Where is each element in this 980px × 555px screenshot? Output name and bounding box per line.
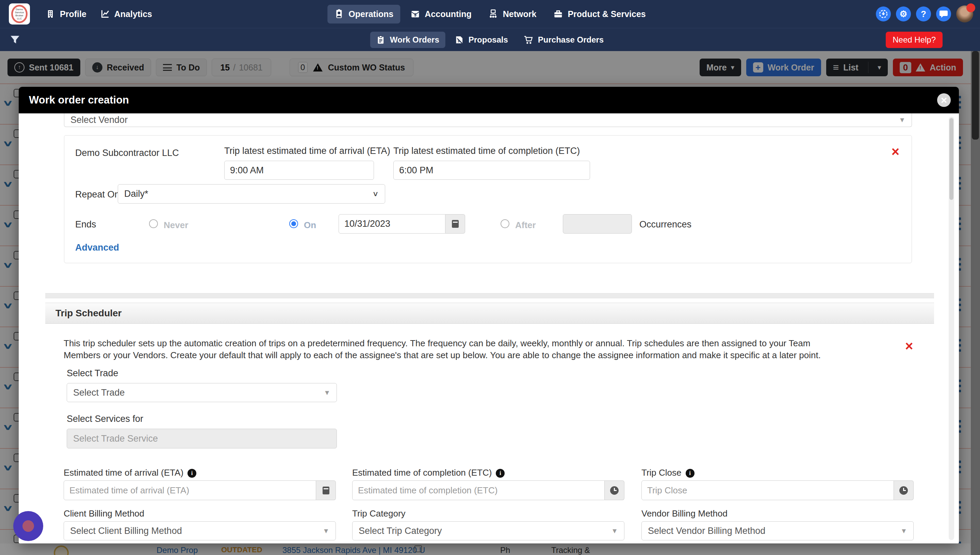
notification-dot xyxy=(966,3,975,12)
svg-text:$: $ xyxy=(458,40,460,43)
briefcase-icon xyxy=(553,9,563,19)
trade-select-value: Select Trade xyxy=(73,388,125,398)
repeat-on-select[interactable]: Daily* ∨ xyxy=(118,184,385,204)
nav-item-profile[interactable]: Profile xyxy=(39,5,93,24)
select-services-label: Select Services for xyxy=(67,414,143,424)
nav-item-operations[interactable]: Operations xyxy=(327,5,400,24)
chat-bubble-icon xyxy=(939,9,948,19)
select-caret-icon: ▼ xyxy=(324,389,330,397)
end-date-input[interactable] xyxy=(339,214,445,234)
chat-button[interactable] xyxy=(936,6,951,21)
client-billing-label: Client Billing Method xyxy=(64,508,144,519)
modal-body: Select Vendor ▼ Demo Subcontractor LLC T… xyxy=(19,113,959,544)
calendar-addon-button[interactable] xyxy=(445,214,465,234)
subnav-item-proposals[interactable]: $ Proposals xyxy=(449,32,514,48)
remove-vendor-icon[interactable]: × xyxy=(892,146,899,157)
info-icon[interactable] xyxy=(496,469,505,478)
trip-eta-input[interactable] xyxy=(224,161,374,180)
vendor-billing-value: Select Vendor Billing Method xyxy=(648,526,765,536)
question-icon: ? xyxy=(921,9,926,19)
occurrences-input[interactable] xyxy=(563,214,632,234)
top-navigation: Demo Service Broker LLC Profile Analytic… xyxy=(0,0,980,28)
trip-scheduler-header[interactable]: Trip Scheduler xyxy=(45,303,934,324)
clock-icon xyxy=(899,486,908,495)
settings-button[interactable]: ⚙ xyxy=(896,6,911,21)
clock-addon-button[interactable] xyxy=(605,480,624,500)
calendar-icon xyxy=(323,486,329,494)
ends-never-radio[interactable] xyxy=(149,219,158,228)
brand-logo[interactable]: Demo Service Broker LLC xyxy=(9,3,30,24)
etc-label: Estimated time of completion (ETC) xyxy=(352,467,505,478)
close-icon: × xyxy=(941,94,947,107)
clock-addon-button[interactable] xyxy=(894,480,914,500)
nav-item-label: Analytics xyxy=(114,9,152,19)
select-trade-label: Select Trade xyxy=(67,368,118,379)
nav-item-label: Product & Services xyxy=(568,9,646,19)
select-caret-icon: ▼ xyxy=(900,527,907,535)
subnav-item-work-orders[interactable]: Work Orders xyxy=(370,32,445,48)
info-icon[interactable] xyxy=(686,469,694,478)
trip-category-value: Select Trip Category xyxy=(359,526,442,536)
vendor-assignment-panel: Demo Subcontractor LLC Trip latest estim… xyxy=(64,135,912,263)
nav-item-accounting[interactable]: $ Accounting xyxy=(404,5,478,24)
select-caret-icon: ∨ xyxy=(372,190,379,198)
trade-service-input[interactable]: Select Trade Service xyxy=(67,429,337,448)
panel-separator xyxy=(45,293,934,298)
trip-close-input[interactable] xyxy=(641,480,894,500)
ends-on-label: On xyxy=(304,220,316,231)
brand-logo-text: Demo Service Broker LLC xyxy=(11,5,27,23)
trip-scheduler-title: Trip Scheduler xyxy=(56,308,122,319)
ends-after-radio[interactable] xyxy=(500,219,509,228)
trip-etc-input[interactable] xyxy=(393,161,590,180)
user-avatar[interactable] xyxy=(956,5,973,22)
modal-scrollbar-thumb[interactable] xyxy=(950,118,953,200)
advanced-link[interactable]: Advanced xyxy=(75,242,119,253)
nav-item-analytics[interactable]: Analytics xyxy=(93,5,159,24)
eta-input[interactable] xyxy=(64,480,316,500)
calendar-addon-button[interactable] xyxy=(316,480,336,500)
repeat-on-label: Repeat On xyxy=(75,189,120,200)
end-date-group xyxy=(339,214,465,234)
trade-select[interactable]: Select Trade ▼ xyxy=(67,383,337,402)
filter-icon[interactable] xyxy=(9,34,21,46)
nav-item-product-services[interactable]: Product & Services xyxy=(547,5,652,24)
accounting-envelope-icon: $ xyxy=(410,9,420,19)
nav-item-network[interactable]: Network xyxy=(482,5,544,24)
vendor-select[interactable]: Select Vendor ▼ xyxy=(64,113,912,127)
client-billing-value: Select Client Billing Method xyxy=(70,526,182,536)
work-order-creation-modal: Work order creation × Select Vendor ▼ De… xyxy=(19,87,959,544)
modal-close-button[interactable]: × xyxy=(937,93,951,107)
need-help-button[interactable]: Need Help? xyxy=(886,32,943,48)
clock-icon xyxy=(610,486,619,495)
vendor-billing-label: Vendor Billing Method xyxy=(641,508,727,519)
subnav-item-purchase-orders[interactable]: Purchase Orders xyxy=(518,32,610,48)
select-caret-icon: ▼ xyxy=(611,527,618,535)
operations-badge-icon xyxy=(334,9,344,19)
repeat-on-value: Daily* xyxy=(124,189,149,199)
etc-input-group xyxy=(352,480,624,500)
remove-scheduler-icon[interactable]: × xyxy=(905,341,913,351)
network-org-icon xyxy=(489,9,498,19)
trip-scheduler-description: This trip scheduler sets up the automati… xyxy=(64,337,836,361)
modal-scrollbar[interactable] xyxy=(949,117,954,540)
etc-input[interactable] xyxy=(352,480,605,500)
eta-label: Estimated time of arrival (ETA) xyxy=(64,467,196,478)
nav-item-label: Operations xyxy=(349,9,393,19)
trip-close-label: Trip Close xyxy=(641,467,694,478)
help-button[interactable]: ? xyxy=(916,6,931,21)
occurrences-label: Occurrences xyxy=(639,219,691,230)
modal-title: Work order creation xyxy=(29,94,129,106)
vendor-name: Demo Subcontractor LLC xyxy=(75,148,179,158)
chat-widget-button[interactable] xyxy=(13,511,43,541)
client-billing-select[interactable]: Select Client Billing Method ▼ xyxy=(64,521,336,541)
trip-category-select[interactable]: Select Trip Category ▼ xyxy=(352,521,624,541)
ends-on-radio[interactable] xyxy=(289,219,298,228)
info-icon[interactable] xyxy=(187,469,196,478)
trip-eta-label: Trip latest estimated time of arrival (E… xyxy=(224,146,390,156)
main-nav-group: Operations $ Accounting Network Product … xyxy=(327,5,652,24)
vendor-billing-select[interactable]: Select Vendor Billing Method ▼ xyxy=(641,521,914,541)
chat-widget-icon xyxy=(22,520,34,532)
sub-navigation: Work Orders $ Proposals Purchase Orders … xyxy=(0,28,980,51)
history-button[interactable] xyxy=(876,6,891,21)
nav-item-label: Network xyxy=(503,9,537,19)
